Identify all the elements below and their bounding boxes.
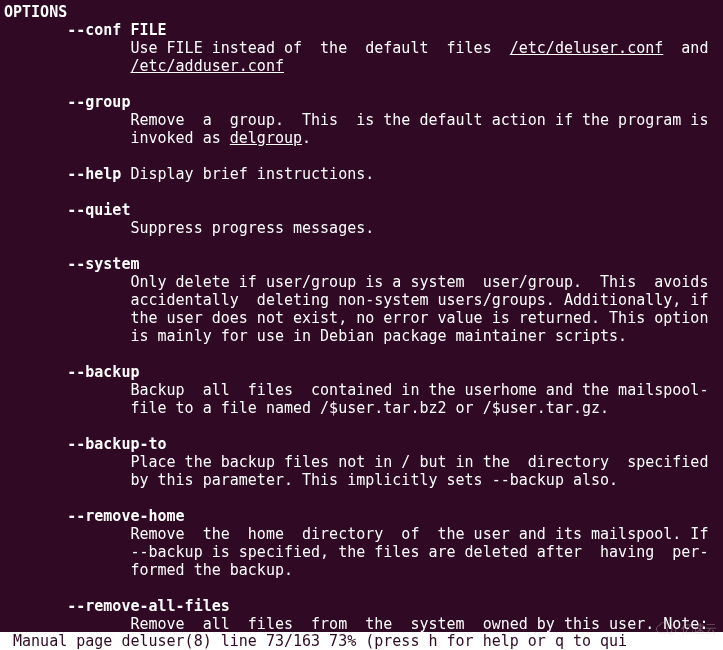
option-group-flag: --group: [67, 93, 130, 111]
option-system-desc-3: the user does not exist, no error value …: [130, 309, 708, 327]
option-conf-flag: --conf FILE: [67, 21, 166, 39]
option-backup-desc-2: file to a file named /$user.tar.bz2 or /…: [130, 399, 609, 417]
option-system-desc-4: is mainly for use in Debian package main…: [130, 327, 627, 345]
option-backup-to-flag: --backup-to: [67, 435, 166, 453]
pager-status-line[interactable]: Manual page deluser(8) line 73/163 73% (…: [0, 632, 723, 650]
option-help-desc: Display brief instructions.: [121, 165, 374, 183]
file-adduser-conf: /etc/adduser.conf: [130, 57, 284, 75]
option-help-flag: --help: [67, 165, 121, 183]
option-conf-desc: Use FILE instead of the default files /e…: [130, 39, 708, 57]
option-remove-home-flag: --remove-home: [67, 507, 184, 525]
option-quiet-flag: --quiet: [67, 201, 130, 219]
option-system-desc-2: accidentally deleting non-system users/g…: [130, 291, 708, 309]
cmd-delgroup: delgroup: [230, 129, 302, 147]
option-backup-to-desc-2: by this parameter. This implicitly sets …: [130, 471, 618, 489]
option-remove-home-desc-2: --backup is specified, the files are del…: [130, 543, 708, 561]
file-deluser-conf: /etc/deluser.conf: [510, 39, 664, 57]
option-group-desc-1: Remove a group. This is the default acti…: [130, 111, 708, 129]
section-header: OPTIONS: [4, 3, 67, 21]
terminal-viewport[interactable]: OPTIONS --conf FILE Use FILE instead of …: [0, 0, 723, 650]
option-backup-flag: --backup: [67, 363, 139, 381]
option-remove-home-desc-3: formed the backup.: [130, 561, 293, 579]
option-backup-to-desc-1: Place the backup files not in / but in t…: [130, 453, 708, 471]
option-system-desc-1: Only delete if user/group is a system us…: [130, 273, 708, 291]
option-remove-home-desc-1: Remove the home directory of the user an…: [130, 525, 708, 543]
option-remove-all-files-desc-1: Remove all files from the system owned b…: [130, 615, 708, 633]
option-system-flag: --system: [67, 255, 139, 273]
option-backup-desc-1: Backup all files contained in the userho…: [130, 381, 708, 399]
option-remove-all-files-flag: --remove-all-files: [67, 597, 230, 615]
option-quiet-desc: Suppress progress messages.: [130, 219, 374, 237]
option-group-desc-2: invoked as delgroup.: [130, 129, 311, 147]
